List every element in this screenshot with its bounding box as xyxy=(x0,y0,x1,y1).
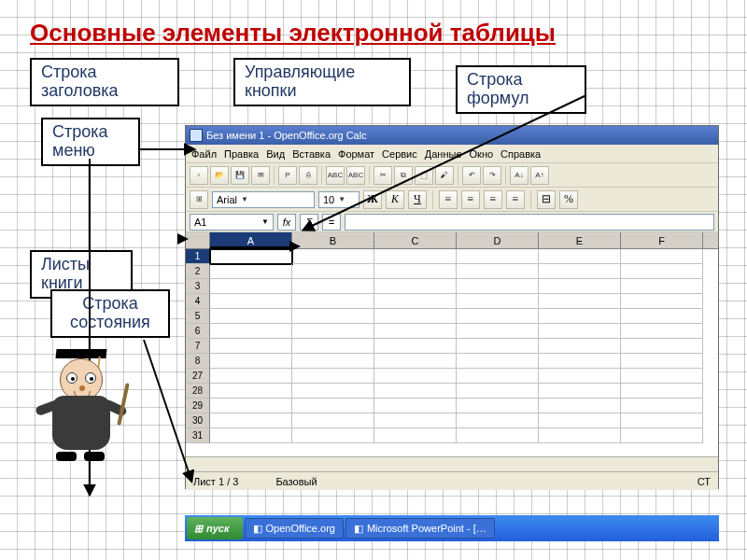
undo-button[interactable]: ↶ xyxy=(462,166,481,185)
sort-desc-button[interactable]: A↑ xyxy=(530,166,549,185)
col-header-c[interactable]: C xyxy=(374,232,457,248)
label-menu-row: Строка меню xyxy=(41,118,140,166)
col-header-b[interactable]: B xyxy=(292,232,374,248)
col-header-e[interactable]: E xyxy=(539,232,621,248)
chevron-down-icon: ▼ xyxy=(241,195,248,203)
menu-edit[interactable]: Правка xyxy=(224,148,259,160)
row-header[interactable]: 2 xyxy=(186,264,210,279)
fx-button[interactable]: fx xyxy=(277,214,296,231)
slide-title: Основные элементы электронной таблицы xyxy=(30,19,556,48)
label-control-buttons: Управляющие кнопки xyxy=(233,58,411,106)
menubar[interactable]: Файл Правка Вид Вставка Формат Сервис Да… xyxy=(186,145,718,163)
cut-button[interactable]: ✂ xyxy=(374,166,392,185)
row-header[interactable]: 3 xyxy=(186,279,210,294)
status-style: Базовый xyxy=(275,476,317,487)
svg-line-3 xyxy=(144,340,189,472)
row-header[interactable]: 30 xyxy=(186,413,210,428)
row-header[interactable]: 28 xyxy=(186,384,210,399)
col-header-f[interactable]: F xyxy=(621,232,703,248)
row-header[interactable]: 29 xyxy=(186,399,210,413)
export-pdf-button[interactable]: P xyxy=(278,166,297,185)
rows-top: 1 2 3 4 5 6 7 8 xyxy=(186,249,718,369)
menu-data[interactable]: Данные xyxy=(425,148,462,160)
new-button[interactable]: ▫ xyxy=(190,166,208,185)
row-header[interactable]: 7 xyxy=(186,339,210,354)
task-openoffice[interactable]: ◧ OpenOffice.org xyxy=(245,518,344,539)
row-header[interactable]: 4 xyxy=(186,294,210,309)
autospell-button[interactable]: ABC xyxy=(346,166,365,185)
cell-a1[interactable] xyxy=(210,249,292,264)
windows-taskbar: ⊞ пуск ◧ OpenOffice.org ◧ Microsoft Powe… xyxy=(185,515,719,541)
underline-button[interactable]: Ч xyxy=(408,190,427,209)
sort-asc-button[interactable]: A↓ xyxy=(510,166,529,185)
equals-button[interactable]: = xyxy=(322,214,341,231)
menu-view[interactable]: Вид xyxy=(266,148,285,160)
professor-clipart xyxy=(32,349,125,461)
status-bar: Лист 1 / 3 Базовый СТ xyxy=(186,471,718,490)
font-name: Arial xyxy=(217,194,237,205)
currency-button[interactable]: % xyxy=(559,190,578,209)
task-powerpoint[interactable]: ◧ Microsoft PowerPoint - [… xyxy=(345,518,495,539)
format-toolbar: ⊞ Arial ▼ 10 ▼ Ж К Ч ≡ ≡ ≡ ≡ ⊟ % xyxy=(186,188,718,212)
spreadsheet-app: Без имени 1 - OpenOffice.org Calc Файл П… xyxy=(185,125,719,489)
select-all-corner[interactable] xyxy=(186,232,210,248)
font-size: 10 xyxy=(323,194,334,205)
paste-button[interactable]: 📋 xyxy=(415,166,433,185)
paintbrush-button[interactable]: 🖌 xyxy=(435,166,454,185)
row-header[interactable]: 5 xyxy=(186,309,210,324)
row-header[interactable]: 1 xyxy=(186,249,210,264)
sum-button[interactable]: Σ xyxy=(300,214,318,231)
menu-insert[interactable]: Вставка xyxy=(292,148,331,160)
start-button[interactable]: ⊞ пуск xyxy=(187,517,243,539)
italic-button[interactable]: К xyxy=(386,190,404,209)
row-header[interactable]: 31 xyxy=(186,428,210,443)
scrollbar-horizontal[interactable] xyxy=(186,456,718,471)
copy-button[interactable]: ⧉ xyxy=(394,166,413,185)
merge-button[interactable]: ⊟ xyxy=(537,190,556,209)
spellcheck-button[interactable]: ABC xyxy=(326,166,345,185)
align-justify-button[interactable]: ≡ xyxy=(506,190,525,209)
col-header-d[interactable]: D xyxy=(457,232,539,248)
styles-button[interactable]: ⊞ xyxy=(190,190,208,209)
start-label: пуск xyxy=(206,523,230,534)
label-status-row: Строка состояния xyxy=(50,289,170,338)
print-button[interactable]: ⎙ xyxy=(299,166,317,185)
align-right-button[interactable]: ≡ xyxy=(484,190,502,209)
menu-tools[interactable]: Сервис xyxy=(382,148,417,160)
row-header[interactable]: 6 xyxy=(186,324,210,339)
task-icon: ◧ xyxy=(253,523,262,535)
open-button[interactable]: 📂 xyxy=(210,166,229,185)
name-box[interactable]: A1 ▼ xyxy=(190,214,274,231)
app-icon xyxy=(190,129,203,142)
app-title: Без имени 1 - OpenOffice.org Calc xyxy=(206,130,367,141)
menu-help[interactable]: Справка xyxy=(500,148,541,160)
font-combo[interactable]: Arial ▼ xyxy=(212,191,315,208)
formula-bar: A1 ▼ fx Σ = xyxy=(186,212,718,232)
col-header-a[interactable]: A xyxy=(210,232,292,248)
status-sheet: Лист 1 / 3 xyxy=(193,476,238,487)
row-header[interactable]: 8 xyxy=(186,354,210,369)
chevron-down-icon: ▼ xyxy=(261,217,269,226)
menu-format[interactable]: Формат xyxy=(338,148,374,160)
mail-button[interactable]: ✉ xyxy=(251,166,270,185)
status-right: СТ xyxy=(698,476,711,487)
align-center-button[interactable]: ≡ xyxy=(461,190,480,209)
task-label: Microsoft PowerPoint - [… xyxy=(367,523,486,534)
row-header[interactable]: 27 xyxy=(186,369,210,384)
label-title-row: Строка заголовка xyxy=(30,58,179,106)
name-box-value: A1 xyxy=(194,217,206,228)
task-label: OpenOffice.org xyxy=(266,523,335,534)
chevron-down-icon: ▼ xyxy=(338,195,345,203)
redo-button[interactable]: ↷ xyxy=(483,166,501,185)
formula-input[interactable] xyxy=(345,214,714,231)
start-icon: ⊞ xyxy=(194,523,203,535)
bold-button[interactable]: Ж xyxy=(363,190,382,209)
align-left-button[interactable]: ≡ xyxy=(439,190,458,209)
standard-toolbar: ▫ 📂 💾 ✉ P ⎙ ABC ABC ✂ ⧉ 📋 🖌 ↶ ↷ A↓ A↑ xyxy=(186,163,718,188)
menu-file[interactable]: Файл xyxy=(191,148,217,160)
font-size-combo[interactable]: 10 ▼ xyxy=(318,191,359,208)
save-button[interactable]: 💾 xyxy=(231,166,249,185)
sheet-grid[interactable]: A B C D E F 1 2 3 4 5 6 7 8 27 28 29 xyxy=(186,232,718,471)
label-formula-row: Строка формул xyxy=(456,65,586,114)
menu-window[interactable]: Окно xyxy=(470,148,494,160)
